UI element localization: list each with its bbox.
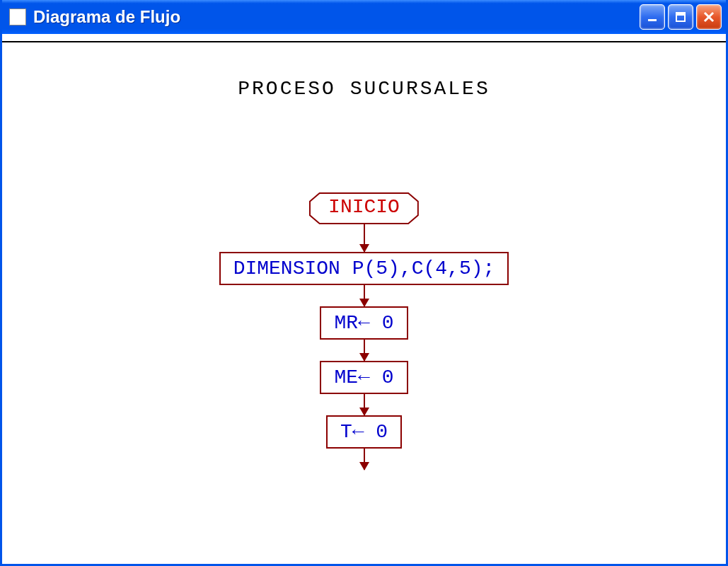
window-controls: [640, 4, 722, 30]
close-icon: [702, 10, 716, 24]
process-mr: MR← 0: [320, 306, 408, 340]
flow-arrow: [364, 449, 365, 470]
process-t-label: T← 0: [340, 421, 388, 443]
process-me-label: ME← 0: [334, 366, 393, 388]
process-mr-label: MR← 0: [334, 312, 393, 334]
terminal-start-label: INICIO: [328, 196, 400, 218]
process-dimension-label: DIMENSION P(5),C(4,5);: [233, 258, 495, 279]
flow-arrow: [364, 285, 365, 306]
minimize-button[interactable]: [640, 4, 665, 30]
maximize-button[interactable]: [668, 4, 693, 30]
flowchart: INICIO DIMENSION P(5),C(4,5); MR← 0 ME← …: [2, 192, 726, 470]
svg-rect-0: [648, 19, 657, 21]
content-area: PROCESO SUCURSALES INICIO DIMENSION P(5)…: [2, 41, 726, 564]
maximize-icon: [674, 10, 688, 24]
flow-arrow: [364, 222, 365, 252]
flow-arrow: [364, 340, 365, 361]
process-me: ME← 0: [320, 361, 408, 394]
flow-arrow: [364, 394, 365, 415]
diagram-heading: PROCESO SUCURSALES: [2, 78, 726, 100]
svg-rect-2: [676, 13, 685, 16]
window-title: Diagrama de Flujo: [33, 7, 640, 27]
app-window: Diagrama de Flujo PROCESO SUCURSALES: [0, 0, 728, 566]
titlebar[interactable]: Diagrama de Flujo: [2, 0, 726, 34]
close-button[interactable]: [696, 4, 722, 30]
minimize-icon: [645, 10, 659, 24]
process-dimension: DIMENSION P(5),C(4,5);: [219, 252, 509, 285]
terminal-start: INICIO: [308, 192, 420, 222]
process-t: T← 0: [326, 415, 402, 449]
app-icon: [9, 8, 26, 25]
